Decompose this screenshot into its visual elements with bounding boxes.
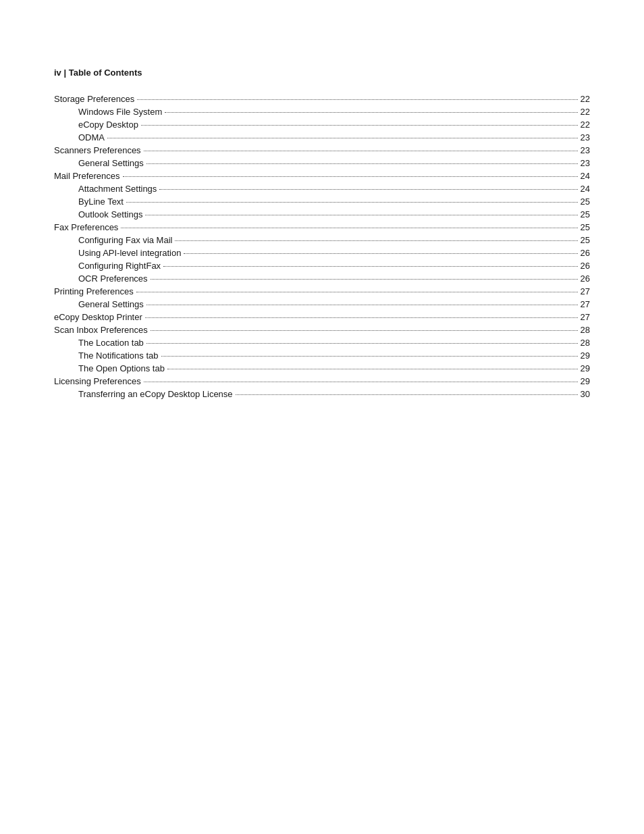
toc-entry: ODMA 23	[54, 132, 590, 142]
toc-page-number: 30	[581, 389, 590, 399]
toc-title: Using API-level integration	[78, 248, 181, 258]
toc-dots	[163, 266, 577, 269]
toc-title: Outlook Settings	[78, 209, 142, 219]
toc-page-number: 26	[581, 261, 590, 271]
toc-dots-text	[144, 382, 578, 382]
toc-page-number: 26	[581, 248, 590, 258]
toc-dots-text	[165, 112, 577, 113]
toc-page-number: 27	[581, 312, 590, 322]
toc-page-number: 27	[581, 286, 590, 296]
toc-dots	[167, 369, 578, 371]
toc-dots	[175, 240, 577, 243]
toc-dots	[141, 125, 578, 128]
toc-title: OCR Preferences	[78, 273, 148, 284]
toc-title: Mail Preferences	[54, 171, 120, 181]
toc-dots-text	[146, 343, 578, 344]
toc-dots	[121, 228, 577, 230]
toc-page-number: 25	[581, 197, 590, 207]
toc-dots-text	[151, 330, 578, 331]
toc-title: eCopy Desktop Printer	[54, 312, 142, 322]
toc-title: Printing Preferences	[54, 286, 134, 296]
toc-dots	[165, 112, 577, 115]
toc-page-number: 24	[581, 184, 590, 194]
toc-entry: The Open Options tab 29	[54, 363, 590, 373]
toc-dots-text	[137, 99, 577, 100]
toc-dots-text	[145, 215, 577, 215]
toc-dots-text	[141, 125, 578, 126]
toc-dots-text	[175, 240, 577, 241]
toc-dots	[107, 138, 578, 140]
toc-entry: General Settings 27	[54, 299, 590, 309]
toc-page-number: 25	[581, 222, 590, 232]
toc-title: The Notifications tab	[78, 350, 159, 361]
toc-dots-text	[121, 228, 577, 228]
toc-dots	[184, 253, 577, 256]
toc-dots	[151, 279, 578, 282]
toc-entry: Configuring RightFax 26	[54, 261, 590, 271]
toc-dots-text	[151, 279, 578, 280]
toc-page-number: 26	[581, 273, 590, 284]
toc-entry: ByLine Text 25	[54, 197, 590, 207]
toc-title: eCopy Desktop	[78, 120, 138, 130]
toc-dots	[146, 163, 578, 166]
toc-entry: Transferring an eCopy Desktop License 30	[54, 389, 590, 399]
toc-entry: OCR Preferences 26	[54, 273, 590, 284]
toc-dots-text	[126, 202, 578, 203]
toc-dots-text	[163, 266, 577, 267]
toc-title: Licensing Preferences	[54, 376, 141, 386]
toc-entry: Windows File System 22	[54, 107, 590, 117]
toc-page-number: 28	[581, 338, 590, 348]
toc-container: Storage Preferences 22Windows File Syste…	[54, 94, 590, 399]
toc-dots	[236, 394, 578, 397]
toc-dots-text	[159, 189, 577, 190]
page: iv | Table of Contents Storage Preferenc…	[0, 0, 644, 834]
toc-dots-text	[146, 163, 578, 164]
toc-dots	[146, 343, 578, 346]
toc-dots	[137, 99, 577, 102]
toc-dots	[159, 189, 577, 192]
toc-title: Storage Preferences	[54, 94, 134, 104]
toc-title: General Settings	[78, 299, 144, 309]
toc-entry: General Settings 23	[54, 158, 590, 168]
toc-dots	[144, 151, 578, 153]
toc-dots	[146, 305, 578, 307]
toc-entry: Scanners Preferences 23	[54, 145, 590, 155]
toc-page-number: 29	[581, 363, 590, 373]
toc-title: The Location tab	[78, 338, 144, 348]
toc-title: ODMA	[78, 132, 105, 142]
toc-dots	[151, 330, 578, 333]
page-header: iv | Table of Contents	[54, 68, 590, 78]
toc-entry: Using API-level integration 26	[54, 248, 590, 258]
toc-title: Scanners Preferences	[54, 145, 141, 155]
toc-page-number: 29	[581, 350, 590, 361]
toc-entry: eCopy Desktop Printer 27	[54, 312, 590, 322]
toc-entry: The Location tab 28	[54, 338, 590, 348]
toc-entry: Printing Preferences 27	[54, 286, 590, 296]
toc-page-number: 22	[581, 107, 590, 117]
toc-page-number: 22	[581, 120, 590, 130]
toc-dots	[126, 202, 578, 205]
toc-title: Configuring Fax via Mail	[78, 235, 172, 245]
header-label: iv | Table of Contents	[54, 68, 142, 78]
toc-dots-text	[167, 369, 578, 369]
toc-dots	[123, 176, 578, 179]
toc-title: The Open Options tab	[78, 363, 165, 373]
toc-entry: Configuring Fax via Mail 25	[54, 235, 590, 245]
toc-dots	[136, 292, 578, 294]
toc-page-number: 24	[581, 171, 590, 181]
toc-title: Scan Inbox Preferences	[54, 325, 148, 335]
toc-dots-text	[236, 394, 578, 395]
toc-entry: Outlook Settings 25	[54, 209, 590, 219]
toc-dots-text	[123, 176, 578, 177]
toc-dots	[145, 215, 577, 217]
toc-entry: Attachment Settings 24	[54, 184, 590, 194]
toc-page-number: 27	[581, 299, 590, 309]
toc-dots	[144, 382, 578, 384]
toc-title: Windows File System	[78, 107, 162, 117]
toc-entry: Fax Preferences 25	[54, 222, 590, 232]
toc-title: Attachment Settings	[78, 184, 157, 194]
toc-page-number: 28	[581, 325, 590, 335]
toc-title: ByLine Text	[78, 197, 124, 207]
toc-entry: Storage Preferences 22	[54, 94, 590, 104]
toc-dots-text	[144, 151, 578, 151]
